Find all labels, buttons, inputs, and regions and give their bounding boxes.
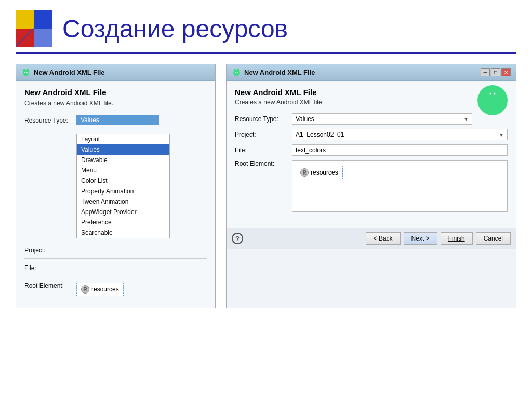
- dropdown-item-tweenanim[interactable]: Tween Animation: [77, 196, 169, 207]
- right-r-badge: R: [300, 168, 309, 177]
- dropdown-item-searchable[interactable]: Searchable: [77, 228, 169, 238]
- titlebar-buttons: ─ □ ✕: [481, 68, 511, 76]
- next-button[interactable]: Next >: [404, 232, 437, 245]
- dropdown-item-preference[interactable]: Preference: [77, 217, 169, 228]
- project-label: Project:: [24, 245, 71, 254]
- svg-rect-26: [499, 99, 501, 104]
- android-logo: [477, 85, 508, 115]
- dialog-right-titlebar: New Android XML File ─ □ ✕: [227, 64, 516, 81]
- dialog-left-titlebar-text: New Android XML File: [34, 69, 105, 76]
- right-root-element-box: R resources: [296, 166, 343, 179]
- right-root-element-label: Root Element:: [235, 160, 287, 167]
- android-logo-container: [477, 88, 508, 115]
- dropdown-item-values[interactable]: Values: [77, 144, 169, 155]
- file-label: File:: [24, 263, 71, 272]
- dropdown-item-colorlist[interactable]: Color List: [77, 176, 169, 186]
- svg-rect-11: [27, 74, 28, 76]
- right-project-dropdown-arrow: ▼: [499, 132, 504, 138]
- dialog-right-titlebar-text: New Android XML File: [244, 69, 315, 76]
- svg-point-16: [237, 72, 238, 73]
- page-title: Создание ресурсов: [62, 15, 288, 43]
- project-row: Project:: [24, 245, 207, 254]
- dialog-left-titlebar: New Android XML File: [16, 64, 215, 81]
- dialog-left-heading: New Android XML File: [24, 88, 207, 97]
- logo-icon: [16, 10, 52, 47]
- svg-rect-18: [237, 74, 238, 76]
- dialog-footer: ? < Back Next > Finish Cancel: [227, 228, 516, 249]
- root-element-row: Root Element: R resources: [24, 281, 207, 296]
- resource-type-dropdown-list[interactable]: Layout Values Drawable Menu Color List P…: [76, 134, 170, 238]
- file-row: File:: [24, 263, 207, 272]
- svg-point-8: [24, 72, 25, 73]
- right-resource-dropdown-arrow: ▼: [463, 116, 469, 122]
- svg-rect-0: [16, 10, 34, 29]
- right-root-element-value: resources: [311, 169, 338, 176]
- svg-line-24: [496, 89, 497, 91]
- form-divider-4: [24, 276, 207, 276]
- right-project-dropdown[interactable]: A1_Lesson02_01 ▼: [292, 129, 508, 140]
- right-resource-type-value: Values: [296, 115, 314, 123]
- dropdown-item-layout[interactable]: Layout: [77, 134, 169, 144]
- svg-rect-3: [34, 29, 52, 47]
- svg-point-15: [235, 72, 236, 73]
- close-button[interactable]: ✕: [501, 68, 511, 76]
- form-divider-1: [24, 129, 207, 129]
- right-file-input[interactable]: [292, 144, 508, 156]
- right-project-value: A1_Lesson02_01: [296, 131, 344, 138]
- resource-type-dropdown-selected[interactable]: Values: [76, 115, 159, 125]
- right-resource-type-row: Resource Type: Values ▼: [235, 113, 472, 125]
- dialogs-area: New Android XML File New Android XML Fil…: [0, 64, 532, 308]
- maximize-button[interactable]: □: [491, 68, 500, 76]
- svg-rect-29: [485, 97, 500, 98]
- dialog-right-body: New Android XML File Creates a new Andro…: [227, 81, 516, 228]
- right-root-element-row: Root Element: R resources: [235, 160, 508, 218]
- minimize-button[interactable]: ─: [481, 68, 490, 76]
- right-project-label: Project:: [235, 131, 287, 138]
- right-project-row: Project: A1_Lesson02_01 ▼: [235, 129, 508, 140]
- dialog-right: New Android XML File ─ □ ✕: [226, 64, 516, 308]
- cancel-button[interactable]: Cancel: [476, 232, 511, 245]
- dropdown-item-drawable[interactable]: Drawable: [77, 155, 169, 165]
- svg-rect-25: [484, 99, 486, 104]
- dialog-right-subtext: Creates a new Android XML file.: [235, 99, 508, 106]
- finish-button[interactable]: Finish: [441, 232, 473, 245]
- dialog-right-heading: New Android XML File: [235, 88, 508, 97]
- dropdown-item-menu[interactable]: Menu: [77, 165, 169, 176]
- svg-rect-17: [234, 74, 235, 76]
- svg-rect-10: [24, 74, 25, 76]
- android-titlebar-icon-left: [21, 68, 31, 77]
- svg-point-9: [26, 72, 28, 73]
- svg-line-23: [488, 89, 489, 91]
- right-file-label: File:: [235, 147, 287, 154]
- titlebar-left: New Android XML File: [232, 68, 315, 77]
- root-element-label: Root Element:: [24, 281, 71, 289]
- dialog-left-subtext: Creates a new Android XML file.: [24, 100, 207, 107]
- header-divider: [16, 52, 516, 54]
- dialog-left-body: New Android XML File Creates a new Andro…: [16, 81, 215, 308]
- dropdown-spacer: [24, 134, 71, 238]
- form-divider-2: [24, 241, 207, 241]
- android-titlebar-icon-right: [232, 68, 241, 77]
- android-logo-svg: [482, 89, 503, 112]
- svg-rect-27: [488, 107, 491, 111]
- resource-type-row: Resource Type: Values: [24, 115, 207, 125]
- root-element-value: resources: [91, 286, 119, 293]
- svg-rect-28: [494, 107, 497, 111]
- svg-point-21: [490, 93, 491, 95]
- root-element-box: R resources: [76, 283, 124, 296]
- header: Создание ресурсов: [0, 0, 532, 52]
- dialog-left: New Android XML File New Android XML Fil…: [16, 64, 216, 308]
- svg-point-20: [488, 90, 497, 98]
- back-button[interactable]: < Back: [366, 232, 401, 245]
- right-resource-type-label: Resource Type:: [235, 115, 287, 123]
- resource-type-label: Resource Type:: [24, 115, 71, 124]
- dropdown-open-area: Layout Values Drawable Menu Color List P…: [24, 134, 207, 238]
- svg-point-22: [494, 93, 496, 95]
- right-resource-type-dropdown[interactable]: Values ▼: [292, 113, 472, 125]
- r-badge: R: [81, 285, 89, 294]
- help-button[interactable]: ?: [232, 233, 243, 244]
- form-divider-3: [24, 258, 207, 259]
- right-root-element-area: R resources: [292, 160, 508, 212]
- dropdown-item-appwidget[interactable]: AppWidget Provider: [77, 207, 169, 217]
- dropdown-item-propanimation[interactable]: Property Animation: [77, 186, 169, 196]
